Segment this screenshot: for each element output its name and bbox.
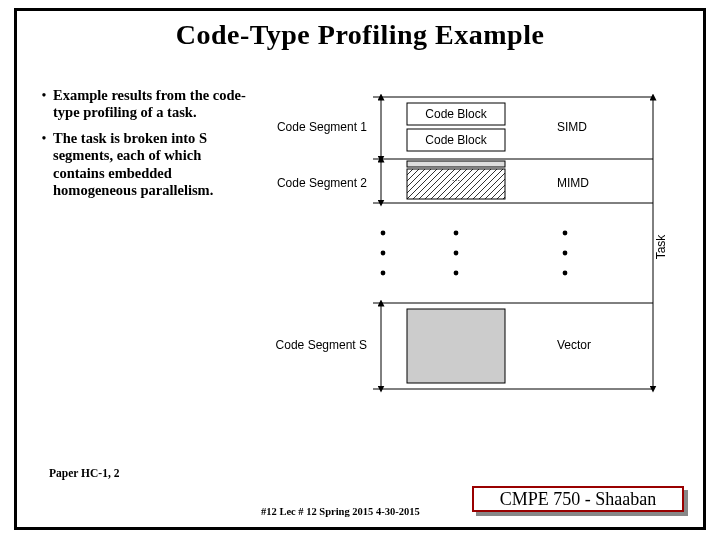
task-label: Task	[654, 234, 668, 260]
segment-label-1: Code Segment 1	[277, 120, 367, 134]
bullet-text: Example results from the code-type profi…	[53, 87, 249, 122]
slide-body: • Example results from the code-type pro…	[17, 87, 703, 421]
diagram-area: Code Block Code Block SIMD Code Segment …	[255, 87, 685, 421]
svg-point-11	[381, 231, 386, 236]
segment-label-s: Code Segment S	[276, 338, 367, 352]
svg-point-12	[381, 251, 386, 256]
slide-title: Code-Type Profiling Example	[17, 19, 703, 51]
type-label-vector: Vector	[557, 338, 591, 352]
svg-point-14	[454, 231, 459, 236]
code-block-label: Code Block	[425, 107, 487, 121]
svg-point-13	[381, 271, 386, 276]
svg-point-16	[454, 271, 459, 276]
bullet-list: • Example results from the code-type pro…	[17, 87, 255, 421]
bullet-icon: •	[35, 130, 53, 200]
svg-point-15	[454, 251, 459, 256]
segment-label-2: Code Segment 2	[277, 176, 367, 190]
list-item: • Example results from the code-type pro…	[35, 87, 249, 122]
svg-rect-9	[407, 169, 505, 199]
svg-point-18	[563, 251, 568, 256]
profiling-diagram: Code Block Code Block SIMD Code Segment …	[255, 87, 685, 417]
slide-frame: Code-Type Profiling Example • Example re…	[14, 8, 706, 530]
bullet-icon: •	[35, 87, 53, 122]
footer-course-badge: CMPE 750 - Shaaban	[472, 486, 684, 512]
type-label-simd: SIMD	[557, 120, 587, 134]
footer-page-info: #12 Lec # 12 Spring 2015 4-30-2015	[261, 506, 420, 517]
svg-rect-8	[407, 161, 505, 167]
svg-rect-20	[407, 309, 505, 383]
svg-point-17	[563, 231, 568, 236]
bullet-text: The task is broken into S segments, each…	[53, 130, 249, 200]
list-item: • The task is broken into S segments, ea…	[35, 130, 249, 200]
code-block-label: Code Block	[425, 133, 487, 147]
type-label-mimd: MIMD	[557, 176, 589, 190]
svg-point-19	[563, 271, 568, 276]
paper-reference: Paper HC-1, 2	[49, 467, 119, 479]
